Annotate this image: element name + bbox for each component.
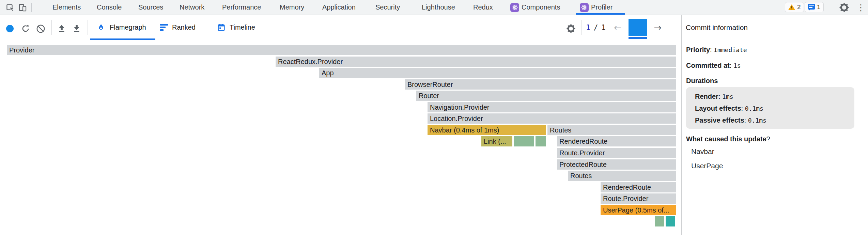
flame-bar-route.provider[interactable]: Route.Provider	[601, 193, 676, 204]
tab-application[interactable]: Application	[322, 0, 356, 15]
flame-bar[interactable]	[536, 136, 546, 146]
flame-bar-browserrouter[interactable]: BrowserRouter	[405, 79, 676, 90]
flame-bar-navigation.provider[interactable]: Navigation.Provider	[428, 102, 676, 112]
next-commit-arrow-icon[interactable]: →	[651, 22, 665, 33]
tab-network[interactable]: Network	[180, 0, 204, 15]
flame-bar[interactable]	[655, 216, 664, 226]
durations-header: Durations	[686, 77, 718, 85]
issues-badge[interactable]: 1	[805, 2, 824, 12]
duration-row-passive-effects: Passive effects: 0.1ms	[695, 116, 766, 124]
devtools-window: { "devtools_tabs": { "items": [ {"label"…	[0, 0, 868, 235]
tab-performance[interactable]: Performance	[222, 0, 261, 15]
previous-commit-arrow-icon[interactable]: ←	[610, 22, 625, 33]
save-profile-button[interactable]	[69, 21, 84, 36]
commit-index-input[interactable]: 1	[586, 24, 590, 32]
warning-triangle-icon	[788, 4, 795, 11]
tab-lighthouse[interactable]: Lighthouse	[422, 0, 455, 15]
flamegraph-chart: ProviderReactRedux.ProviderAppBrowserRou…	[0, 40, 681, 235]
active-tab-indicator	[576, 13, 625, 15]
view-tab-label: Timeline	[230, 24, 255, 31]
devtools-tab-bar: ElementsConsoleSourcesNetworkPerformance…	[0, 0, 868, 15]
tab-components[interactable]: Components	[510, 0, 560, 15]
flame-bar-navbar[interactable]: Navbar (0.4ms of 1ms)	[428, 125, 546, 135]
committed-at-row: Committed at: 1s	[686, 62, 741, 69]
profiler-settings-gear-icon[interactable]	[563, 21, 578, 36]
tab-memory[interactable]: Memory	[280, 0, 304, 15]
duration-row-layout-effects: Layout effects: 0.1ms	[695, 105, 763, 112]
tab-label: Console	[97, 3, 122, 11]
flame-bar-location.provider[interactable]: Location.Provider	[428, 113, 676, 124]
priority-label: Priority	[686, 46, 710, 53]
priority-value: Immediate	[714, 46, 747, 53]
toolbar-divider	[582, 20, 582, 35]
tab-label: Components	[522, 3, 560, 11]
tab-label: Network	[180, 3, 204, 11]
record-icon	[6, 25, 14, 33]
view-tab-timeline[interactable]: Timeline	[217, 15, 255, 40]
reload-and-profile-button[interactable]	[18, 21, 33, 36]
commit-total: 1	[601, 24, 606, 32]
react-atom-icon	[580, 3, 589, 12]
toolbar-divider	[51, 20, 52, 35]
tab-console[interactable]: Console	[97, 0, 122, 15]
committed-at-label: Committed at	[686, 62, 730, 69]
view-tab-flamegraph[interactable]: Flamegraph	[96, 15, 146, 40]
message-icon	[808, 4, 815, 11]
view-tab-ranked[interactable]: Ranked	[160, 15, 196, 40]
flame-bar-app[interactable]: App	[319, 68, 676, 78]
clear-profiling-data-button[interactable]	[33, 21, 48, 36]
warning-count: 2	[797, 3, 801, 11]
commit-separator: /	[594, 24, 598, 32]
flame-bar-protectedroute[interactable]: ProtectedRoute	[557, 159, 676, 170]
devtools-settings-gear-icon[interactable]	[838, 1, 850, 14]
block-icon	[36, 24, 45, 33]
view-tab-label: Flamegraph	[110, 24, 146, 31]
what-caused-header: What caused this update?	[686, 135, 770, 143]
devtools-menu-kebab-icon[interactable]: ⋮	[856, 1, 866, 14]
issue-count: 1	[817, 3, 821, 11]
upload-icon	[57, 24, 66, 33]
flame-bar-router[interactable]: Router	[416, 91, 676, 101]
tab-label: Security	[375, 3, 400, 11]
tab-redux[interactable]: Redux	[473, 0, 493, 15]
warnings-badge[interactable]: 2	[785, 2, 804, 12]
flame-bar-routes[interactable]: Routes	[568, 171, 676, 181]
caused-item-userpage[interactable]: UserPage	[691, 162, 723, 170]
flame-bar-userpage[interactable]: UserPage (0.5ms of...	[601, 205, 676, 215]
tab-security[interactable]: Security	[375, 0, 400, 15]
flame-bar-renderedroute[interactable]: RenderedRoute	[557, 136, 676, 146]
flame-bar-route.provider[interactable]: Route.Provider	[557, 148, 676, 158]
panel-title: Commit information	[686, 15, 748, 40]
inspect-element-icon[interactable]	[5, 3, 15, 12]
flame-bar-provider[interactable]: Provider	[7, 45, 676, 55]
tab-elements[interactable]: Elements	[52, 0, 81, 15]
commit-selector-bar[interactable]	[629, 19, 647, 36]
tab-label: Memory	[280, 3, 304, 11]
caused-item-navbar[interactable]: Navbar	[691, 147, 714, 156]
tab-label: Performance	[222, 3, 261, 11]
record-button[interactable]	[2, 21, 17, 36]
toolbar-divider	[88, 20, 88, 35]
flame-bar-renderedroute[interactable]: RenderedRoute	[601, 182, 676, 192]
tab-label: Profiler	[591, 3, 613, 11]
tab-label: Lighthouse	[422, 3, 455, 11]
ranked-bars-icon	[160, 24, 168, 31]
download-icon	[72, 24, 81, 33]
flame-bar-routes[interactable]: Routes	[547, 125, 676, 135]
tab-label: Elements	[52, 3, 81, 11]
flame-bar[interactable]	[514, 136, 534, 146]
load-profile-button[interactable]	[54, 21, 69, 36]
flame-bar-link[interactable]: Link (...	[481, 136, 512, 146]
flame-bar[interactable]	[666, 216, 675, 226]
committed-at-value: 1s	[733, 62, 741, 69]
flame-bar-reactredux.provider[interactable]: ReactRedux.Provider	[276, 57, 676, 67]
tab-label: Sources	[138, 3, 163, 11]
device-toolbar-icon[interactable]	[18, 3, 27, 12]
reload-icon	[21, 24, 30, 33]
flame-icon	[96, 23, 106, 32]
tabbar-divider	[31, 3, 32, 12]
tab-label: Redux	[473, 3, 493, 11]
view-tab-label: Ranked	[172, 24, 196, 31]
tab-profiler[interactable]: Profiler	[580, 0, 613, 15]
tab-sources[interactable]: Sources	[138, 0, 163, 15]
